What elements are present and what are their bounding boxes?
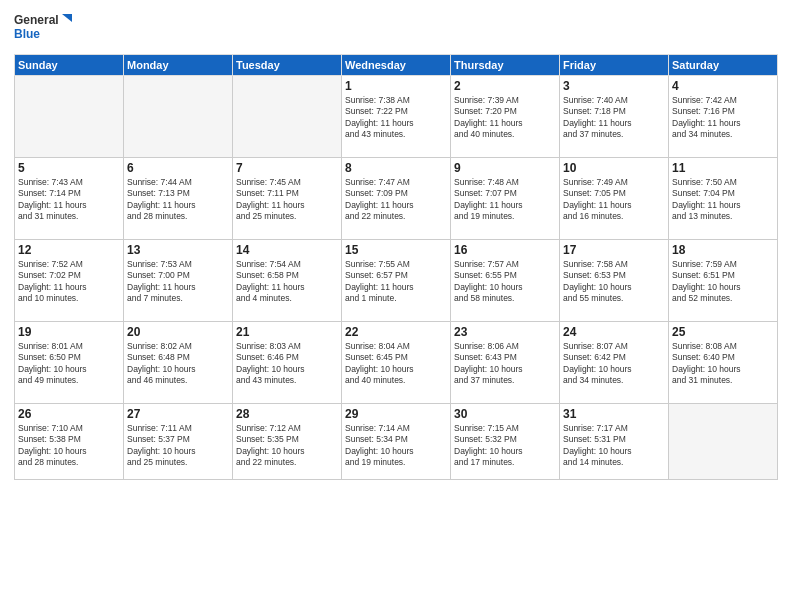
day-number: 9	[454, 161, 556, 175]
day-info: Sunrise: 7:59 AM Sunset: 6:51 PM Dayligh…	[672, 259, 774, 305]
day-number: 14	[236, 243, 338, 257]
calendar-cell: 4Sunrise: 7:42 AM Sunset: 7:16 PM Daylig…	[669, 76, 778, 158]
day-info: Sunrise: 7:40 AM Sunset: 7:18 PM Dayligh…	[563, 95, 665, 141]
calendar-cell	[124, 76, 233, 158]
calendar-cell: 2Sunrise: 7:39 AM Sunset: 7:20 PM Daylig…	[451, 76, 560, 158]
calendar-cell: 19Sunrise: 8:01 AM Sunset: 6:50 PM Dayli…	[15, 322, 124, 404]
calendar-cell: 28Sunrise: 7:12 AM Sunset: 5:35 PM Dayli…	[233, 404, 342, 480]
weekday-header-saturday: Saturday	[669, 55, 778, 76]
day-number: 16	[454, 243, 556, 257]
calendar-cell: 26Sunrise: 7:10 AM Sunset: 5:38 PM Dayli…	[15, 404, 124, 480]
day-number: 12	[18, 243, 120, 257]
calendar-cell: 20Sunrise: 8:02 AM Sunset: 6:48 PM Dayli…	[124, 322, 233, 404]
calendar-cell: 22Sunrise: 8:04 AM Sunset: 6:45 PM Dayli…	[342, 322, 451, 404]
calendar-header: SundayMondayTuesdayWednesdayThursdayFrid…	[15, 55, 778, 76]
day-number: 19	[18, 325, 120, 339]
day-number: 20	[127, 325, 229, 339]
calendar-cell: 27Sunrise: 7:11 AM Sunset: 5:37 PM Dayli…	[124, 404, 233, 480]
day-info: Sunrise: 7:47 AM Sunset: 7:09 PM Dayligh…	[345, 177, 447, 223]
day-info: Sunrise: 7:55 AM Sunset: 6:57 PM Dayligh…	[345, 259, 447, 305]
weekday-header-monday: Monday	[124, 55, 233, 76]
calendar-week-row: 26Sunrise: 7:10 AM Sunset: 5:38 PM Dayli…	[15, 404, 778, 480]
calendar-cell: 29Sunrise: 7:14 AM Sunset: 5:34 PM Dayli…	[342, 404, 451, 480]
day-info: Sunrise: 8:06 AM Sunset: 6:43 PM Dayligh…	[454, 341, 556, 387]
day-number: 15	[345, 243, 447, 257]
calendar-cell: 10Sunrise: 7:49 AM Sunset: 7:05 PM Dayli…	[560, 158, 669, 240]
day-number: 6	[127, 161, 229, 175]
weekday-header-sunday: Sunday	[15, 55, 124, 76]
page-container: General Blue SundayMondayTuesdayWednesda…	[0, 0, 792, 612]
day-info: Sunrise: 7:58 AM Sunset: 6:53 PM Dayligh…	[563, 259, 665, 305]
calendar-cell: 18Sunrise: 7:59 AM Sunset: 6:51 PM Dayli…	[669, 240, 778, 322]
day-info: Sunrise: 7:42 AM Sunset: 7:16 PM Dayligh…	[672, 95, 774, 141]
calendar-cell: 1Sunrise: 7:38 AM Sunset: 7:22 PM Daylig…	[342, 76, 451, 158]
calendar-week-row: 12Sunrise: 7:52 AM Sunset: 7:02 PM Dayli…	[15, 240, 778, 322]
calendar-cell	[15, 76, 124, 158]
day-number: 18	[672, 243, 774, 257]
weekday-header-row: SundayMondayTuesdayWednesdayThursdayFrid…	[15, 55, 778, 76]
day-info: Sunrise: 8:04 AM Sunset: 6:45 PM Dayligh…	[345, 341, 447, 387]
day-info: Sunrise: 7:43 AM Sunset: 7:14 PM Dayligh…	[18, 177, 120, 223]
weekday-header-friday: Friday	[560, 55, 669, 76]
logo: General Blue	[14, 10, 74, 46]
day-number: 27	[127, 407, 229, 421]
day-number: 23	[454, 325, 556, 339]
calendar-cell: 16Sunrise: 7:57 AM Sunset: 6:55 PM Dayli…	[451, 240, 560, 322]
day-info: Sunrise: 7:49 AM Sunset: 7:05 PM Dayligh…	[563, 177, 665, 223]
calendar-cell: 3Sunrise: 7:40 AM Sunset: 7:18 PM Daylig…	[560, 76, 669, 158]
day-number: 10	[563, 161, 665, 175]
day-number: 30	[454, 407, 556, 421]
day-info: Sunrise: 7:52 AM Sunset: 7:02 PM Dayligh…	[18, 259, 120, 305]
calendar-cell	[669, 404, 778, 480]
day-info: Sunrise: 7:15 AM Sunset: 5:32 PM Dayligh…	[454, 423, 556, 469]
day-info: Sunrise: 7:53 AM Sunset: 7:00 PM Dayligh…	[127, 259, 229, 305]
day-info: Sunrise: 7:17 AM Sunset: 5:31 PM Dayligh…	[563, 423, 665, 469]
day-info: Sunrise: 7:50 AM Sunset: 7:04 PM Dayligh…	[672, 177, 774, 223]
calendar-cell: 30Sunrise: 7:15 AM Sunset: 5:32 PM Dayli…	[451, 404, 560, 480]
day-info: Sunrise: 8:02 AM Sunset: 6:48 PM Dayligh…	[127, 341, 229, 387]
day-info: Sunrise: 7:12 AM Sunset: 5:35 PM Dayligh…	[236, 423, 338, 469]
calendar-cell: 8Sunrise: 7:47 AM Sunset: 7:09 PM Daylig…	[342, 158, 451, 240]
day-number: 26	[18, 407, 120, 421]
day-number: 2	[454, 79, 556, 93]
calendar-cell: 25Sunrise: 8:08 AM Sunset: 6:40 PM Dayli…	[669, 322, 778, 404]
day-number: 24	[563, 325, 665, 339]
day-number: 29	[345, 407, 447, 421]
day-info: Sunrise: 7:39 AM Sunset: 7:20 PM Dayligh…	[454, 95, 556, 141]
calendar-cell	[233, 76, 342, 158]
day-info: Sunrise: 7:48 AM Sunset: 7:07 PM Dayligh…	[454, 177, 556, 223]
day-number: 3	[563, 79, 665, 93]
calendar-week-row: 1Sunrise: 7:38 AM Sunset: 7:22 PM Daylig…	[15, 76, 778, 158]
day-number: 7	[236, 161, 338, 175]
calendar-cell: 13Sunrise: 7:53 AM Sunset: 7:00 PM Dayli…	[124, 240, 233, 322]
calendar-cell: 5Sunrise: 7:43 AM Sunset: 7:14 PM Daylig…	[15, 158, 124, 240]
day-info: Sunrise: 8:07 AM Sunset: 6:42 PM Dayligh…	[563, 341, 665, 387]
day-number: 28	[236, 407, 338, 421]
day-info: Sunrise: 7:10 AM Sunset: 5:38 PM Dayligh…	[18, 423, 120, 469]
day-number: 8	[345, 161, 447, 175]
day-info: Sunrise: 8:08 AM Sunset: 6:40 PM Dayligh…	[672, 341, 774, 387]
day-info: Sunrise: 7:11 AM Sunset: 5:37 PM Dayligh…	[127, 423, 229, 469]
day-info: Sunrise: 7:57 AM Sunset: 6:55 PM Dayligh…	[454, 259, 556, 305]
calendar-cell: 9Sunrise: 7:48 AM Sunset: 7:07 PM Daylig…	[451, 158, 560, 240]
day-info: Sunrise: 7:54 AM Sunset: 6:58 PM Dayligh…	[236, 259, 338, 305]
day-number: 5	[18, 161, 120, 175]
calendar-cell: 21Sunrise: 8:03 AM Sunset: 6:46 PM Dayli…	[233, 322, 342, 404]
calendar-cell: 15Sunrise: 7:55 AM Sunset: 6:57 PM Dayli…	[342, 240, 451, 322]
calendar-cell: 12Sunrise: 7:52 AM Sunset: 7:02 PM Dayli…	[15, 240, 124, 322]
day-number: 13	[127, 243, 229, 257]
weekday-header-tuesday: Tuesday	[233, 55, 342, 76]
svg-text:General: General	[14, 13, 59, 27]
day-number: 4	[672, 79, 774, 93]
calendar-cell: 6Sunrise: 7:44 AM Sunset: 7:13 PM Daylig…	[124, 158, 233, 240]
calendar-cell: 31Sunrise: 7:17 AM Sunset: 5:31 PM Dayli…	[560, 404, 669, 480]
header: General Blue	[14, 10, 778, 46]
day-number: 31	[563, 407, 665, 421]
day-number: 22	[345, 325, 447, 339]
day-info: Sunrise: 7:44 AM Sunset: 7:13 PM Dayligh…	[127, 177, 229, 223]
day-info: Sunrise: 8:01 AM Sunset: 6:50 PM Dayligh…	[18, 341, 120, 387]
calendar-cell: 23Sunrise: 8:06 AM Sunset: 6:43 PM Dayli…	[451, 322, 560, 404]
day-number: 21	[236, 325, 338, 339]
weekday-header-wednesday: Wednesday	[342, 55, 451, 76]
day-info: Sunrise: 8:03 AM Sunset: 6:46 PM Dayligh…	[236, 341, 338, 387]
